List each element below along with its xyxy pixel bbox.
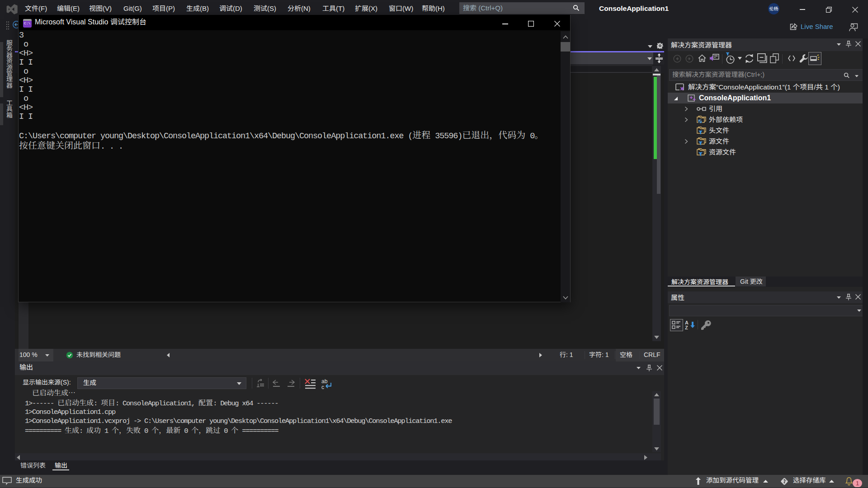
svg-text:ab: ab [321, 378, 328, 385]
svg-text:Z: Z [685, 325, 688, 330]
